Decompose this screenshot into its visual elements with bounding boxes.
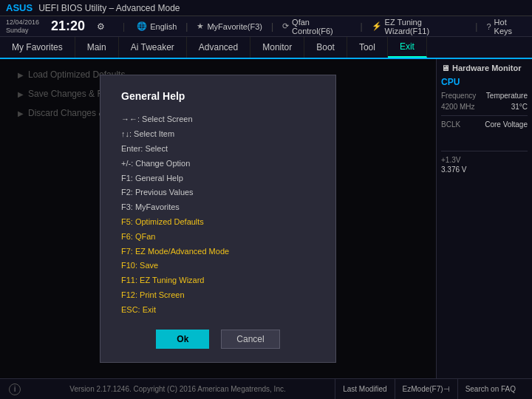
help-line-4: +/-: Change Option: [121, 157, 315, 171]
ez-tuning-item[interactable]: ⚡ EZ Tuning Wizard(F11): [372, 18, 467, 35]
hw-divider: [441, 115, 528, 116]
monitor-icon: 🖥: [441, 64, 449, 72]
ez-tuning-label: EZ Tuning Wizard(F11): [385, 18, 467, 35]
fan-icon: ⟳: [282, 21, 289, 31]
help-line-6: F2: Previous Values: [121, 185, 315, 200]
footer-left: i: [9, 383, 21, 395]
temp-key: Temperature: [486, 92, 528, 100]
help-line-7: F3: MyFavorites: [121, 200, 315, 215]
hotkeys-label: Hot Keys: [494, 18, 526, 35]
bios-title: UEFI BIOS Utility – Advanced Mode: [38, 3, 180, 13]
left-panel: ▶ Load Optimized Defaults ▶ Save Changes…: [0, 59, 436, 378]
general-help-modal: General Help →←: Select Screen ↑↓: Selec…: [100, 75, 336, 362]
nav-monitor[interactable]: Monitor: [250, 37, 304, 58]
clock-display: 21:20: [51, 18, 85, 34]
globe-icon: 🌐: [137, 21, 147, 31]
navigation-bar: My Favorites Main Ai Tweaker Advanced Mo…: [0, 37, 532, 59]
language-label: English: [150, 22, 177, 31]
ok-button[interactable]: Ok: [156, 330, 209, 349]
nav-boot[interactable]: Boot: [304, 37, 347, 58]
last-modified-btn[interactable]: Last Modified: [335, 379, 394, 400]
search-faq-btn[interactable]: Search on FAQ: [457, 379, 523, 400]
nav-tool[interactable]: Tool: [347, 37, 388, 58]
help-line-14: ESC: Exit: [121, 303, 315, 318]
bottom-bar: i Version 2.17.1246. Copyright (C) 2016 …: [0, 378, 532, 399]
nav-ai-tweaker[interactable]: Ai Tweaker: [119, 37, 187, 58]
question-icon: ?: [486, 22, 491, 31]
hw-panel-title: 🖥 Hardware Monitor: [441, 64, 528, 72]
date-line1: 12/04/2016: [6, 18, 39, 27]
info-icon[interactable]: i: [9, 383, 21, 395]
core-voltage-key: Core Voltage: [485, 120, 528, 129]
help-line-9: F6: QFan: [121, 230, 315, 245]
qfan-item[interactable]: ⟳ Qfan Control(F6): [282, 18, 351, 35]
copyright-text: Version 2.17.1246. Copyright (C) 2016 Am…: [21, 385, 335, 393]
star-icon: ★: [197, 21, 204, 31]
hotkeys-item[interactable]: ? Hot Keys: [486, 18, 526, 35]
help-line-10: F7: EZ Mode/Advanced Mode: [121, 245, 315, 259]
voltage-value: 3.376 V: [441, 166, 528, 174]
main-content: ▶ Load Optimized Defaults ▶ Save Changes…: [0, 59, 532, 378]
freq-val: 4200 MHz: [441, 103, 475, 111]
temp-val: 31°C: [511, 103, 528, 111]
hw-divider2: [441, 151, 528, 151]
nav-main[interactable]: Main: [75, 37, 119, 58]
qfan-label: Qfan Control(F6): [292, 18, 351, 35]
help-line-2: ↑↓: Select Item: [121, 127, 315, 142]
voltage-label: +1.3V: [441, 156, 528, 164]
header-bar: ASUS UEFI BIOS Utility – Advanced Mode: [0, 0, 532, 16]
ez-mode-btn[interactable]: EzMode(F7)⊣: [395, 379, 457, 400]
hw-row-freq-header: Frequency Temperature: [441, 92, 528, 100]
help-line-12: F11: EZ Tuning Wizard: [121, 273, 315, 288]
help-line-13: F12: Print Screen: [121, 288, 315, 303]
myfavorite-label: MyFavorite(F3): [207, 22, 262, 31]
cancel-button[interactable]: Cancel: [221, 330, 279, 349]
modal-buttons: Ok Cancel: [121, 330, 315, 349]
language-item[interactable]: 🌐 English: [137, 21, 177, 31]
nav-my-favorites[interactable]: My Favorites: [0, 37, 75, 58]
footer-right: Last Modified EzMode(F7)⊣ Search on FAQ: [335, 379, 523, 400]
help-line-8: F5: Optimized Defaults: [121, 215, 315, 230]
cpu-label: CPU: [441, 77, 528, 87]
info-bar: 12/04/2016 Sunday 21:20 ⚙ | 🌐 English | …: [0, 16, 532, 37]
help-line-1: →←: Select Screen: [121, 112, 315, 127]
hardware-monitor-panel: 🖥 Hardware Monitor CPU Frequency Tempera…: [436, 59, 532, 378]
hw-row-bclk-header: BCLK Core Voltage: [441, 120, 528, 129]
freq-key: Frequency: [441, 92, 476, 100]
help-line-3: Enter: Select: [121, 142, 315, 157]
bclk-key: BCLK: [441, 120, 460, 129]
myfavorite-item[interactable]: ★ MyFavorite(F3): [197, 21, 262, 31]
asus-logo: ASUS: [6, 2, 33, 13]
help-line-11: F10: Save: [121, 259, 315, 273]
nav-advanced[interactable]: Advanced: [187, 37, 250, 58]
help-line-5: F1: General Help: [121, 171, 315, 186]
nav-exit[interactable]: Exit: [388, 37, 427, 58]
bolt-icon: ⚡: [372, 21, 382, 31]
hw-row-freq-val: 4200 MHz 31°C: [441, 103, 528, 111]
date-line2: Sunday: [6, 27, 39, 35]
datetime-display: 12/04/2016 Sunday: [6, 18, 39, 35]
gear-icon[interactable]: ⚙: [97, 21, 105, 32]
modal-overlay: General Help →←: Select Screen ↑↓: Selec…: [0, 59, 436, 378]
modal-title: General Help: [121, 90, 315, 102]
